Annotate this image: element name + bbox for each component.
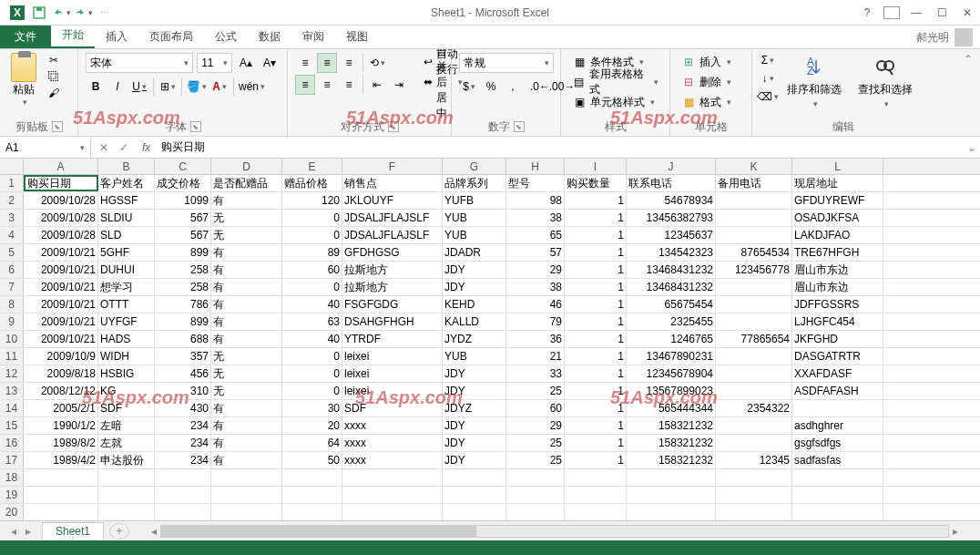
cell[interactable]: [716, 296, 792, 313]
cell[interactable]: 12345: [716, 452, 792, 468]
cell[interactable]: 1990/1/2: [24, 417, 98, 434]
tab-view[interactable]: 视图: [335, 26, 379, 48]
cell[interactable]: [716, 279, 792, 295]
sheet-nav-prev-icon[interactable]: ◂: [7, 525, 20, 538]
cell[interactable]: 赠品价格: [282, 175, 342, 191]
cell[interactable]: 1246765: [627, 331, 716, 347]
cell[interactable]: 购买日期: [24, 175, 98, 191]
cell[interactable]: leixei: [342, 348, 443, 365]
cell[interactable]: ASDFAFASH: [792, 383, 883, 399]
cell[interactable]: 1989/8/2: [24, 435, 98, 451]
cell[interactable]: [211, 504, 282, 520]
cell[interactable]: 现居地址: [792, 175, 883, 191]
row-header[interactable]: 9: [0, 313, 24, 330]
number-format-combo[interactable]: 常规▾: [459, 53, 554, 73]
border-icon[interactable]: ⊞▾: [158, 77, 178, 97]
row-header[interactable]: 8: [0, 296, 24, 313]
cell[interactable]: TRE67HFGH: [792, 244, 883, 261]
cell[interactable]: GFDHGSG: [342, 244, 443, 261]
fill-icon[interactable]: ↓▾: [760, 71, 776, 86]
comma-icon[interactable]: ,: [503, 77, 523, 97]
cell[interactable]: 0: [282, 210, 342, 226]
cell[interactable]: 30: [282, 400, 342, 416]
cell[interactable]: 25: [506, 383, 565, 399]
cell[interactable]: 有: [211, 417, 282, 434]
cell[interactable]: JDY: [443, 279, 506, 295]
minimize-icon[interactable]: —: [903, 3, 929, 23]
cell[interactable]: 有: [211, 279, 282, 295]
increase-font-icon[interactable]: A▴: [236, 53, 256, 73]
cell[interactable]: 65: [506, 227, 565, 243]
cell[interactable]: 123456778: [716, 262, 792, 278]
cell[interactable]: 无: [211, 210, 282, 226]
cell[interactable]: 2009/8/18: [24, 365, 98, 382]
cell[interactable]: 158321232: [627, 452, 716, 468]
cell[interactable]: [565, 469, 627, 486]
cell[interactable]: HGSSF: [98, 192, 155, 209]
cell[interactable]: 25: [506, 452, 565, 468]
cell[interactable]: 有: [211, 244, 282, 261]
cell[interactable]: XXAFDASF: [792, 365, 883, 382]
cell[interactable]: 1989/4/2: [24, 452, 98, 468]
cell[interactable]: 87654534: [716, 244, 792, 261]
scroll-left-icon[interactable]: ◂: [148, 525, 160, 538]
cell[interactable]: 29: [506, 417, 565, 434]
cell[interactable]: 2009/10/21: [24, 279, 98, 295]
cell[interactable]: JYDZ: [443, 331, 506, 347]
tab-file[interactable]: 文件: [0, 26, 51, 48]
cell[interactable]: [506, 469, 565, 486]
cell[interactable]: JDSALJFLAJSLF: [342, 210, 443, 226]
cell[interactable]: 899: [155, 313, 211, 330]
cell[interactable]: [627, 469, 716, 486]
cell[interactable]: 2009/10/21: [24, 244, 98, 261]
cell[interactable]: 899: [155, 244, 211, 261]
cell[interactable]: YUB: [443, 210, 506, 226]
cell[interactable]: YUB: [443, 348, 506, 365]
font-size-combo[interactable]: 11▾: [197, 53, 232, 73]
cell[interactable]: 拉斯地方: [342, 279, 443, 295]
cell[interactable]: 0: [282, 227, 342, 243]
clear-icon[interactable]: ⌫▾: [760, 89, 776, 104]
cell[interactable]: HADS: [98, 331, 155, 347]
cell[interactable]: 型号: [506, 175, 565, 191]
cell[interactable]: 13456382793: [627, 210, 716, 226]
cell[interactable]: 无: [211, 227, 282, 243]
cell[interactable]: [716, 383, 792, 399]
column-header[interactable]: C: [155, 159, 211, 174]
font-name-combo[interactable]: 宋体▾: [86, 53, 193, 73]
autosum-icon[interactable]: Σ▾: [760, 53, 776, 67]
cell[interactable]: 2009/10/28: [24, 227, 98, 243]
cell[interactable]: xxxx: [342, 435, 443, 451]
cell[interactable]: leixei: [342, 365, 443, 382]
row-header[interactable]: 20: [0, 504, 24, 520]
cell[interactable]: 1: [565, 348, 627, 365]
cell[interactable]: JDY: [443, 435, 506, 451]
cell[interactable]: LJHGFC454: [792, 313, 883, 330]
tab-layout[interactable]: 页面布局: [138, 26, 204, 48]
cell[interactable]: JDY: [443, 365, 506, 382]
phonetic-icon[interactable]: wén▾: [238, 77, 266, 97]
cell[interactable]: 2325455: [627, 313, 716, 330]
cell[interactable]: [155, 469, 211, 486]
find-select-button[interactable]: 查找和选择▾: [852, 53, 918, 119]
cell[interactable]: [792, 400, 883, 416]
cell[interactable]: KEHD: [443, 296, 506, 313]
cell[interactable]: 是否配赠品: [211, 175, 282, 191]
number-launcher-icon[interactable]: ⬊: [514, 121, 525, 132]
format-painter-icon[interactable]: 🖌: [46, 86, 62, 100]
column-header[interactable]: F: [342, 159, 443, 174]
cell[interactable]: [716, 365, 792, 382]
row-header[interactable]: 3: [0, 210, 24, 226]
cell[interactable]: 1: [565, 365, 627, 382]
cell[interactable]: [716, 313, 792, 330]
cell[interactable]: 有: [211, 313, 282, 330]
cell[interactable]: [282, 469, 342, 486]
cell[interactable]: [506, 487, 565, 503]
cell[interactable]: 120: [282, 192, 342, 209]
cell[interactable]: 65675454: [627, 296, 716, 313]
cell[interactable]: 565444344: [627, 400, 716, 416]
column-header[interactable]: D: [211, 159, 282, 174]
font-color-icon[interactable]: A▾: [209, 77, 230, 97]
cell[interactable]: [211, 469, 282, 486]
cancel-formula-icon[interactable]: ✕: [95, 139, 113, 157]
